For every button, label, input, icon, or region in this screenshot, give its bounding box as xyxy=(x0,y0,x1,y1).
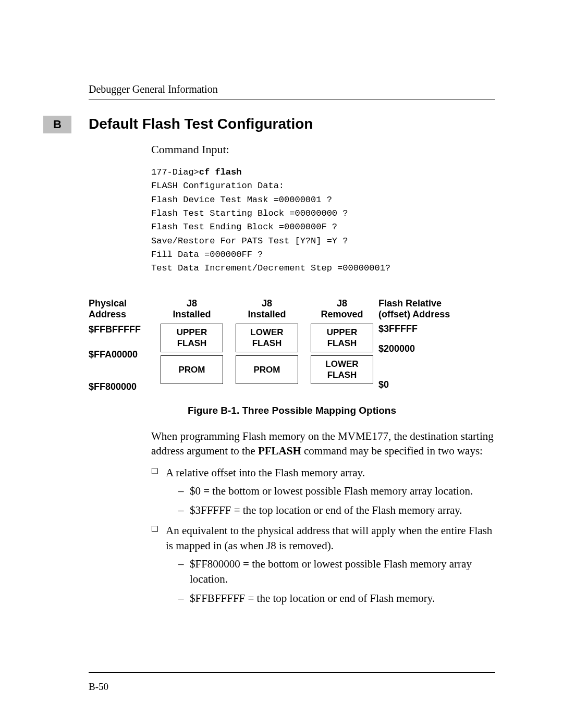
box-line: PROM xyxy=(161,364,223,375)
col2-header: J8 Installed xyxy=(236,297,298,320)
pflash-keyword: PFLASH xyxy=(258,445,301,457)
sub-list: $FF800000 = the bottom or lowest possibl… xyxy=(178,557,495,606)
map-col-2: J8 Installed LOWER FLASH PROM xyxy=(236,297,298,384)
code-line: Flash Test Ending Block =0000000F ? xyxy=(151,222,337,232)
box-line: UPPER xyxy=(311,327,373,338)
bullet-text: A relative offset into the Flash memory … xyxy=(166,466,365,479)
map-box: PROM xyxy=(236,355,298,384)
hdr-line: Removed xyxy=(311,309,373,320)
command-input-label: Command Input: xyxy=(151,143,495,156)
sub-item: $FF800000 = the bottom or lowest possibl… xyxy=(178,557,495,587)
box-line: FLASH xyxy=(161,338,223,349)
rel-addr: $200000 xyxy=(378,343,462,354)
hdr-line: Installed xyxy=(161,309,223,320)
content-indent: Command Input: 177-Diag>cf flash FLASH C… xyxy=(151,143,495,276)
box-line: FLASH xyxy=(311,338,373,349)
intro-paragraph: When programming Flash memory on the MVM… xyxy=(151,429,495,459)
rel-addr: $3FFFFF xyxy=(378,324,462,335)
rel-addr: $0 xyxy=(378,379,462,390)
box-line: PROM xyxy=(236,364,298,375)
code-line: Fill Data =000000FF ? xyxy=(151,250,263,260)
map-box: UPPER FLASH xyxy=(311,324,373,352)
rel-header: Flash Relative (offset) Address xyxy=(378,297,462,320)
figure-caption: Figure B-1. Three Possible Mapping Optio… xyxy=(89,405,495,416)
figure-mapping: Physical Address $FFBFFFFF $FFA00000 $FF… xyxy=(89,297,495,416)
options-list: A relative offset into the Flash memory … xyxy=(151,465,495,606)
map-col-3: J8 Removed UPPER FLASH LOWER FLASH xyxy=(311,297,373,384)
code-line: Test Data Increment/Decrement Step =0000… xyxy=(151,263,390,273)
code-line: Save/Restore For PATS Test [Y?N] =Y ? xyxy=(151,236,348,246)
page: Debugger General Information B Default F… xyxy=(0,0,563,728)
flash-relative-col: Flash Relative (offset) Address $3FFFFF … xyxy=(378,297,462,390)
hdr-line: J8 xyxy=(311,298,373,310)
code-prompt: 177-Diag> xyxy=(151,167,199,177)
hdr-line: Address xyxy=(89,309,126,320)
section-title: Default Flash Test Configuration xyxy=(89,116,495,132)
header-rule xyxy=(89,100,495,100)
sub-item: $FFBFFFFF = the top location or end of F… xyxy=(178,591,495,606)
phys-addr: $FFA00000 xyxy=(89,349,156,360)
box-line: FLASH xyxy=(236,338,298,349)
phys-addr: $FF800000 xyxy=(89,381,156,392)
hdr-line: (offset) Address xyxy=(378,309,450,320)
box-line: LOWER xyxy=(311,359,373,369)
list-item: A relative offset into the Flash memory … xyxy=(151,465,495,518)
code-block: 177-Diag>cf flash FLASH Configuration Da… xyxy=(151,166,495,276)
hdr-line: J8 xyxy=(161,298,223,310)
phys-addr: $FFBFFFFF xyxy=(89,324,156,335)
sub-item: $3FFFFF = the top location or end of the… xyxy=(178,503,495,518)
appendix-tab: B xyxy=(43,116,71,133)
map-box: PROM xyxy=(161,355,223,384)
code-line: Flash Test Starting Block =00000000 ? xyxy=(151,208,348,218)
hdr-line: Flash Relative xyxy=(378,298,442,310)
hdr-line: Installed xyxy=(236,309,298,320)
figure-columns: Physical Address $FFBFFFFF $FFA00000 $FF… xyxy=(89,297,495,392)
code-line: Flash Device Test Mask =00000001 ? xyxy=(151,195,332,205)
para-text: command may be specified in two ways: xyxy=(301,445,483,457)
code-line: FLASH Configuration Data: xyxy=(151,181,284,191)
hdr-line: J8 xyxy=(236,298,298,310)
sub-list: $0 = the bottom or lowest possible Flash… xyxy=(178,484,495,518)
page-number: B-50 xyxy=(89,681,108,693)
box-line: FLASH xyxy=(311,369,373,380)
code-command: cf flash xyxy=(199,167,242,177)
box-line: LOWER xyxy=(236,327,298,338)
running-head: Debugger General Information xyxy=(89,83,495,95)
list-item: An equivalent to the physical address th… xyxy=(151,523,495,606)
physical-address-col: Physical Address $FFBFFFFF $FFA00000 $FF… xyxy=(89,297,156,392)
hdr-line: Physical xyxy=(89,298,127,310)
bullet-text: An equivalent to the physical address th… xyxy=(166,524,492,552)
col3-header: J8 Removed xyxy=(311,297,373,320)
map-box: LOWER FLASH xyxy=(311,355,373,384)
phys-addr-header: Physical Address xyxy=(89,297,156,320)
sub-item: $0 = the bottom or lowest possible Flash… xyxy=(178,484,495,499)
map-box: UPPER FLASH xyxy=(161,324,223,352)
box-line: UPPER xyxy=(161,327,223,338)
map-box: LOWER FLASH xyxy=(236,324,298,352)
body-indent: When programming Flash memory on the MVM… xyxy=(151,429,495,606)
col1-header: J8 Installed xyxy=(161,297,223,320)
footer-rule xyxy=(89,672,495,673)
map-col-1: J8 Installed UPPER FLASH PROM xyxy=(161,297,223,384)
